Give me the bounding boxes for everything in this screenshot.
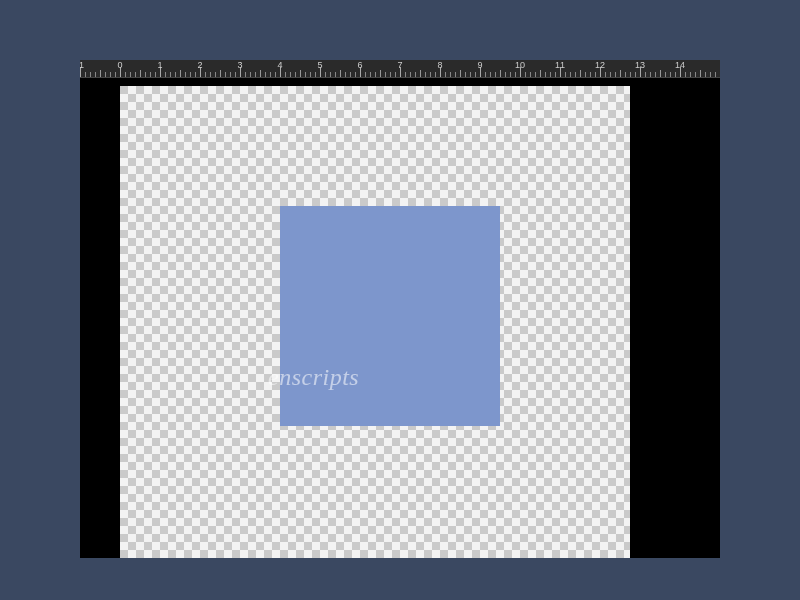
ruler-tick-minor [310,72,311,77]
ruler-tick-minor [215,72,216,77]
ruler-tick-mid [660,70,661,77]
ruler-tick-minor [270,72,271,77]
ruler-tick-minor [245,72,246,77]
ruler-tick-mid [140,70,141,77]
ruler-tick-minor [530,72,531,77]
ruler-tick-minor [535,72,536,77]
ruler-tick-minor [490,72,491,77]
ruler-tick-minor [655,72,656,77]
ruler-tick-mid [180,70,181,77]
ruler-tick-minor [405,72,406,77]
ruler-tick-minor [350,72,351,77]
ruler-tick-mid [540,70,541,77]
ruler-tick-minor [550,72,551,77]
canvas-viewport[interactable]: enscripts [80,78,720,558]
ruler-tick-minor [95,72,96,77]
ruler-tick-minor [475,72,476,77]
ruler-tick-minor [355,72,356,77]
blue-rectangle-layer[interactable] [280,206,500,426]
ruler-tick-minor [125,72,126,77]
ruler-label: -1 [80,60,84,70]
image-editor-window: -101234567891011121314 enscripts [80,60,720,558]
ruler-tick-mid [220,70,221,77]
ruler-tick-minor [575,72,576,77]
ruler-tick-minor [665,72,666,77]
ruler-tick-minor [325,72,326,77]
ruler-tick-minor [690,72,691,77]
ruler-tick-minor [295,72,296,77]
ruler-label: 9 [477,60,482,70]
ruler-tick-minor [390,72,391,77]
ruler-tick-minor [250,72,251,77]
ruler-tick-mid [340,70,341,77]
ruler-tick-mid [420,70,421,77]
ruler-tick-minor [585,72,586,77]
ruler-tick-minor [170,72,171,77]
ruler-tick-minor [235,72,236,77]
ruler-tick-minor [445,72,446,77]
ruler-label: 0 [117,60,122,70]
ruler-tick-minor [555,72,556,77]
ruler-tick-minor [505,72,506,77]
ruler-tick-minor [415,72,416,77]
ruler-tick-minor [435,72,436,77]
ruler-tick-minor [305,72,306,77]
ruler-tick-minor [135,72,136,77]
ruler-label: 8 [437,60,442,70]
ruler-tick-minor [345,72,346,77]
ruler-tick-minor [715,72,716,77]
ruler-tick-minor [210,72,211,77]
ruler-tick-minor [670,72,671,77]
ruler-tick-minor [230,72,231,77]
ruler-tick-minor [315,72,316,77]
canvas[interactable]: enscripts [120,86,630,558]
ruler-tick-minor [175,72,176,77]
ruler-tick-minor [285,72,286,77]
ruler-tick-minor [385,72,386,77]
ruler-label: 2 [197,60,202,70]
ruler-label: 11 [555,60,565,70]
ruler-tick-minor [450,72,451,77]
ruler-tick-minor [105,72,106,77]
ruler-tick-minor [515,72,516,77]
ruler-tick-mid [460,70,461,77]
ruler-tick-minor [115,72,116,77]
ruler-tick-minor [190,72,191,77]
ruler-tick-minor [165,72,166,77]
ruler-label: 3 [237,60,242,70]
ruler-tick-minor [625,72,626,77]
ruler-tick-minor [195,72,196,77]
ruler-tick-minor [495,72,496,77]
ruler-label: 13 [635,60,645,70]
ruler-tick-minor [185,72,186,77]
ruler-tick-minor [510,72,511,77]
ruler-tick-minor [425,72,426,77]
ruler-tick-minor [675,72,676,77]
ruler-tick-mid [100,70,101,77]
ruler-tick-minor [705,72,706,77]
ruler-tick-minor [455,72,456,77]
ruler-tick-minor [110,72,111,77]
ruler-tick-minor [470,72,471,77]
ruler-tick-minor [150,72,151,77]
ruler-tick-minor [605,72,606,77]
ruler-tick-minor [545,72,546,77]
ruler-label: 4 [277,60,282,70]
ruler-tick-minor [695,72,696,77]
ruler-tick-minor [255,72,256,77]
ruler-label: 5 [317,60,322,70]
ruler-tick-minor [370,72,371,77]
ruler-tick-minor [615,72,616,77]
ruler-tick-mid [580,70,581,77]
ruler-tick-minor [130,72,131,77]
ruler-label: 1 [157,60,162,70]
ruler-tick-minor [610,72,611,77]
horizontal-ruler[interactable]: -101234567891011121314 [80,60,720,78]
ruler-tick-mid [260,70,261,77]
ruler-tick-minor [225,72,226,77]
ruler-label: 10 [515,60,525,70]
ruler-tick-minor [650,72,651,77]
ruler-tick-minor [485,72,486,77]
ruler-tick-minor [145,72,146,77]
ruler-tick-minor [85,72,86,77]
